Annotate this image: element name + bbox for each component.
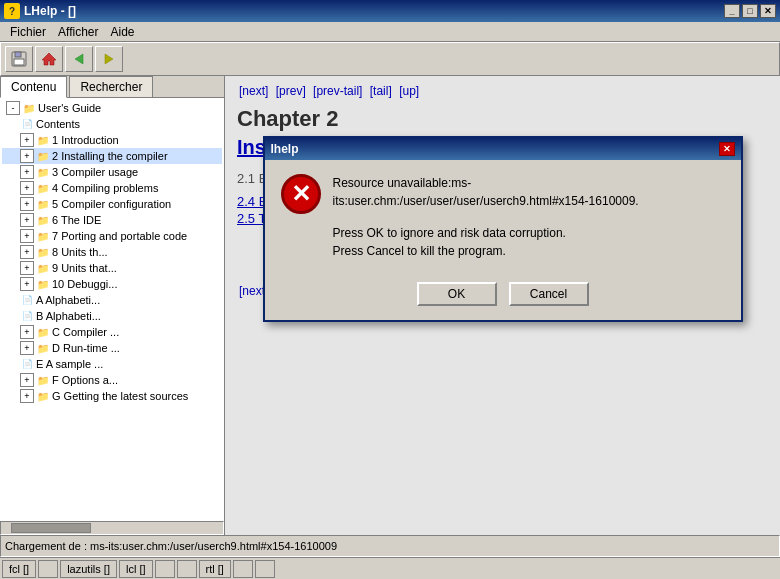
svg-rect-2 (14, 59, 24, 65)
modal-close-button[interactable]: ✕ (719, 142, 735, 156)
folder-icon: 📁 (36, 341, 50, 355)
menu-fichier[interactable]: Fichier (4, 23, 52, 41)
main-area: Contenu Rechercher - 📁 User's Guide 📄 Co… (0, 76, 780, 535)
tree-item-label: A Alphabeti... (36, 294, 100, 306)
close-button[interactable]: ✕ (760, 4, 776, 18)
list-item[interactable]: + 📁 G Getting the latest sources (2, 388, 222, 404)
svg-marker-4 (75, 54, 83, 64)
folder-icon: 📁 (36, 261, 50, 275)
horizontal-scrollbar[interactable] (0, 521, 224, 535)
tree-expand[interactable]: + (20, 373, 34, 387)
tree-expand[interactable]: + (20, 277, 34, 291)
modal-overlay: lhelp ✕ ✕ Resource unavailable:ms-its:us… (225, 76, 780, 535)
tab-rechercher[interactable]: Rechercher (69, 76, 153, 97)
tree-root[interactable]: - 📁 User's Guide (2, 100, 222, 116)
list-item[interactable]: 📄 E A sample ... (2, 356, 222, 372)
error-icon: ✕ (281, 174, 321, 214)
modal-text-content: Resource unavailable:ms-its:user.chm:/us… (333, 174, 725, 260)
list-item[interactable]: + 📁 7 Porting and portable code (2, 228, 222, 244)
list-item[interactable]: 📄 Contents (2, 116, 222, 132)
list-item[interactable]: + 📁 6 The IDE (2, 212, 222, 228)
menu-bar: Fichier Afficher Aide (0, 22, 780, 42)
error-symbol: ✕ (291, 180, 311, 208)
taskbar-btn-rtl[interactable]: rtl [] (199, 560, 231, 578)
status-text: Chargement de : ms-its:user.chm:/user/us… (5, 540, 775, 552)
tree-item-label: 4 Compiling problems (52, 182, 158, 194)
toolbar-home-button[interactable] (35, 46, 63, 72)
list-item[interactable]: + 📁 C Compiler ... (2, 324, 222, 340)
taskbar-btn-empty4[interactable] (233, 560, 253, 578)
toolbar (0, 42, 780, 76)
tree-item-label: B Alphabeti... (36, 310, 101, 322)
tree-expand[interactable]: + (20, 229, 34, 243)
minimize-button[interactable]: _ (724, 4, 740, 18)
folder-icon: 📁 (36, 149, 50, 163)
folder-icon: 📁 (36, 165, 50, 179)
tree-item-label: 6 The IDE (52, 214, 101, 226)
modal-ok-button[interactable]: OK (417, 282, 497, 306)
modal-cancel-button[interactable]: Cancel (509, 282, 589, 306)
tree-item-label: 7 Porting and portable code (52, 230, 187, 242)
modal-error-message: Resource unavailable:ms-its:user.chm:/us… (333, 174, 725, 210)
tree-item-label: F Options a... (52, 374, 118, 386)
folder-icon: 📁 (36, 181, 50, 195)
tree-expand-root[interactable]: - (6, 101, 20, 115)
list-item[interactable]: + 📁 4 Compiling problems (2, 180, 222, 196)
doc-icon: 📄 (20, 293, 34, 307)
list-item[interactable]: + 📁 10 Debuggi... (2, 276, 222, 292)
list-item[interactable]: + 📁 5 Compiler configuration (2, 196, 222, 212)
doc-icon: 📄 (20, 117, 34, 131)
folder-icon: 📁 (36, 389, 50, 403)
modal-buttons: OK Cancel (265, 274, 741, 320)
list-item[interactable]: + 📁 9 Units that... (2, 260, 222, 276)
tree-item-label: 8 Units th... (52, 246, 108, 258)
list-item[interactable]: 📄 B Alphabeti... (2, 308, 222, 324)
tree-expand[interactable]: + (20, 181, 34, 195)
list-item[interactable]: + 📁 2 Installing the compiler (2, 148, 222, 164)
tree-expand[interactable]: + (20, 389, 34, 403)
toolbar-disk-button[interactable] (5, 46, 33, 72)
tree-expand[interactable]: + (20, 341, 34, 355)
menu-aide[interactable]: Aide (104, 23, 140, 41)
menu-afficher[interactable]: Afficher (52, 23, 104, 41)
folder-icon: 📁 (36, 325, 50, 339)
modal-dialog: lhelp ✕ ✕ Resource unavailable:ms-its:us… (263, 136, 743, 322)
toolbar-forward-button[interactable] (95, 46, 123, 72)
taskbar-btn-empty1[interactable] (38, 560, 58, 578)
taskbar-btn-fcl[interactable]: fcl [] (2, 560, 36, 578)
title-bar-left: ? LHelp - [] (4, 3, 76, 19)
tree-expand[interactable]: + (20, 213, 34, 227)
tree-expand[interactable]: + (20, 149, 34, 163)
list-item[interactable]: + 📁 3 Compiler usage (2, 164, 222, 180)
modal-body: ✕ Resource unavailable:ms-its:user.chm:/… (265, 160, 741, 274)
list-item[interactable]: 📄 A Alphabeti... (2, 292, 222, 308)
tree-expand[interactable]: + (20, 245, 34, 259)
modal-info-message: Press OK to ignore and risk data corrupt… (333, 224, 725, 260)
tree-container[interactable]: - 📁 User's Guide 📄 Contents + 📁 1 Introd… (0, 98, 224, 521)
tree-expand[interactable]: + (20, 197, 34, 211)
list-item[interactable]: + 📁 F Options a... (2, 372, 222, 388)
taskbar-btn-lcl[interactable]: lcl [] (119, 560, 153, 578)
tree-expand[interactable]: + (20, 165, 34, 179)
tab-contenu[interactable]: Contenu (0, 76, 67, 98)
taskbar-btn-empty5[interactable] (255, 560, 275, 578)
taskbar-btn-empty3[interactable] (177, 560, 197, 578)
doc-icon: 📄 (20, 309, 34, 323)
app-icon: ? (4, 3, 20, 19)
tree-expand[interactable]: + (20, 133, 34, 147)
folder-icon: 📁 (36, 373, 50, 387)
folder-open-icon: 📁 (22, 101, 36, 115)
taskbar-btn-lazutils[interactable]: lazutils [] (60, 560, 117, 578)
tree-item-label: 1 Introduction (52, 134, 119, 146)
list-item[interactable]: + 📁 8 Units th... (2, 244, 222, 260)
toolbar-back-button[interactable] (65, 46, 93, 72)
list-item[interactable]: + 📁 D Run-time ... (2, 340, 222, 356)
taskbar-btn-empty2[interactable] (155, 560, 175, 578)
list-item[interactable]: + 📁 1 Introduction (2, 132, 222, 148)
maximize-button[interactable]: □ (742, 4, 758, 18)
tree-item-label: D Run-time ... (52, 342, 120, 354)
tree-expand[interactable]: + (20, 261, 34, 275)
tree-expand[interactable]: + (20, 325, 34, 339)
folder-icon: 📁 (36, 229, 50, 243)
doc-icon: 📄 (20, 357, 34, 371)
